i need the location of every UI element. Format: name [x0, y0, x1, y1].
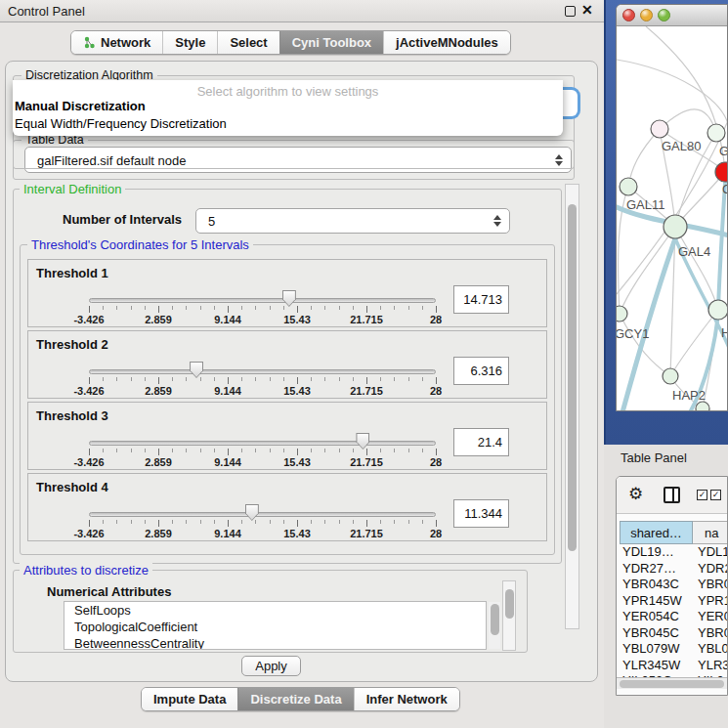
slider-tick	[158, 520, 159, 527]
column-header-shared-name[interactable]: shared…	[620, 521, 693, 544]
tab-discretize-data[interactable]: Discretize Data	[237, 688, 353, 710]
column-header-name[interactable]: na	[693, 521, 728, 544]
attribute-item[interactable]: BetweennessCentrality	[64, 635, 486, 650]
slider-thumb[interactable]	[245, 504, 259, 521]
table-cell[interactable]: YBL079W	[620, 641, 693, 658]
main-vertical-scrollbar[interactable]	[565, 184, 579, 629]
node-gal11[interactable]	[620, 178, 637, 195]
slider-tick	[214, 520, 215, 524]
network-window-titlebar[interactable]	[617, 5, 727, 26]
scrollbar-thumb[interactable]	[568, 204, 577, 551]
node-h[interactable]	[708, 300, 728, 320]
network-view-window[interactable]: GAL80 GA C GAL11 GAL4 GCY1 H HAP2	[616, 4, 728, 411]
threshold-label: Threshold 2	[36, 337, 108, 352]
slider-tick	[186, 377, 187, 381]
columns-icon[interactable]	[664, 487, 680, 503]
node-gal4[interactable]	[664, 215, 687, 238]
table-cell[interactable]: YER054C	[620, 609, 693, 625]
algorithm-option-equal-width[interactable]: Equal Width/Frequency Discretization	[13, 115, 563, 133]
table-row[interactable]: YDR27…YDR2	[620, 561, 728, 578]
table-cell[interactable]: YPR1	[693, 593, 728, 610]
table-row[interactable]: YPR145WYPR1	[620, 593, 728, 610]
scrollbar-thumb[interactable]	[505, 589, 514, 619]
network-canvas[interactable]: GAL80 GA C GAL11 GAL4 GCY1 H HAP2	[617, 26, 728, 411]
slider-track[interactable]	[89, 441, 436, 446]
table-cell[interactable]: YER0	[693, 609, 728, 625]
slider-tick	[270, 377, 271, 381]
table-cell[interactable]: YBR0	[693, 577, 728, 593]
tab-cyni-toolbox[interactable]: Cyni Toolbox	[279, 31, 383, 54]
slider-track[interactable]	[89, 369, 436, 374]
slider-track[interactable]	[89, 512, 436, 517]
tab-network[interactable]: Network	[71, 31, 162, 54]
node-bottom[interactable]	[696, 402, 709, 411]
node-table-window[interactable]: ⚙ ✓ ✓ shared… na YDL19…YDL1YDR27…YDR2YBR…	[616, 476, 728, 696]
slider-thumb[interactable]	[190, 362, 203, 378]
table-row[interactable]: YER054CYER0	[620, 609, 728, 625]
table-cell[interactable]: YLR345W	[620, 658, 693, 674]
table-cell[interactable]: YBR045C	[620, 625, 693, 642]
tab-select[interactable]: Select	[217, 31, 278, 54]
attributes-pane-scrollbar[interactable]	[502, 580, 516, 651]
scrollbar-thumb[interactable]	[620, 680, 724, 688]
table-horizontal-scrollbar[interactable]	[617, 677, 727, 689]
gear-icon[interactable]: ⚙	[628, 484, 643, 504]
tab-style[interactable]: Style	[162, 31, 217, 54]
table-cell[interactable]: YLR3	[693, 658, 728, 674]
attributes-list-scrollbar[interactable]	[489, 602, 500, 649]
close-icon[interactable]: ✕	[581, 2, 593, 18]
table-panel-title: Table Panel	[621, 450, 687, 465]
slider-thumb[interactable]	[282, 290, 296, 307]
number-of-intervals-combobox[interactable]: 5	[195, 208, 510, 234]
threshold-value-field[interactable]: 11.344	[453, 499, 509, 528]
slider-tick	[255, 306, 256, 310]
tab-label: Network	[101, 35, 150, 50]
table-cell[interactable]: YBL0	[693, 641, 728, 658]
attribute-item[interactable]: SelfLoops	[64, 602, 486, 619]
scrollbar-thumb[interactable]	[491, 604, 499, 635]
slider-tick	[394, 449, 395, 452]
node-gal80[interactable]	[651, 120, 668, 138]
unselect-all-checkbox-icon[interactable]: ✓	[710, 490, 721, 500]
algorithm-option-manual[interactable]: Manual Discretization	[13, 98, 563, 115]
node-hap2[interactable]	[663, 368, 678, 384]
select-all-checkbox-icon[interactable]: ✓	[697, 490, 707, 500]
threshold-value-field[interactable]: 21.4	[453, 428, 509, 456]
apply-button[interactable]: Apply	[241, 656, 301, 676]
tab-infer-network[interactable]: Infer Network	[354, 688, 459, 710]
node-gcy1[interactable]	[617, 306, 627, 321]
tab-impute-data[interactable]: Impute Data	[142, 688, 237, 710]
slider-tick	[200, 306, 201, 310]
table-cell[interactable]: YBR043C	[620, 577, 693, 593]
table-cell[interactable]: YDL19…	[620, 544, 693, 561]
slider-tick	[366, 377, 367, 384]
tab-jactivemnodules[interactable]: jActiveMNodules	[383, 31, 510, 54]
table-cell[interactable]: YDR2	[693, 561, 728, 578]
attribute-item[interactable]: TopologicalCoefficient	[64, 619, 486, 635]
table-row[interactable]: YLR345WYLR3	[620, 658, 728, 674]
close-traffic-light-icon[interactable]	[622, 9, 635, 21]
slider-tick	[324, 520, 325, 524]
slider-tick	[380, 377, 381, 381]
slider-tick	[436, 306, 437, 313]
zoom-traffic-light-icon[interactable]	[658, 9, 670, 21]
table-cell[interactable]: YDR27…	[620, 561, 693, 578]
minimize-traffic-light-icon[interactable]	[640, 9, 653, 21]
slider-thumb[interactable]	[356, 433, 369, 450]
table-row[interactable]: YBR043CYBR0	[620, 577, 728, 593]
table-cell[interactable]: YDL1	[693, 544, 728, 561]
table-cell[interactable]: YBR0	[693, 625, 728, 642]
threshold-value-field[interactable]: 6.316	[453, 357, 509, 385]
slider-tick	[228, 520, 229, 527]
numerical-attributes-list[interactable]: SelfLoopsTopologicalCoefficientBetweenne…	[64, 601, 487, 650]
slider-tick	[145, 449, 146, 452]
table-row[interactable]: YBR045CYBR0	[620, 625, 728, 642]
table-row[interactable]: YDL19…YDL1	[620, 544, 728, 561]
threshold-value-field[interactable]: 14.713	[453, 285, 509, 314]
slider-track[interactable]	[89, 298, 436, 303]
float-window-icon[interactable]	[565, 6, 576, 17]
table-row[interactable]: YBL079WYBL0	[620, 641, 728, 658]
node-label: GCY1	[617, 326, 649, 341]
node-top-right[interactable]	[707, 124, 725, 142]
table-cell[interactable]: YPR145W	[620, 593, 693, 610]
